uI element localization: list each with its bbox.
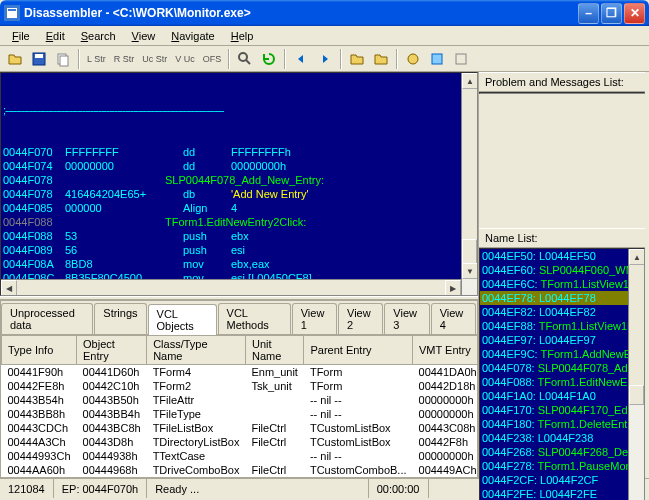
problems-list-body[interactable] <box>479 92 645 94</box>
namelist-item[interactable]: 0044F2FE: L0044F2FE <box>480 487 644 500</box>
namelist-item[interactable]: 0044F1A0: L0044F1A0 <box>480 389 644 403</box>
grid-header[interactable]: Object Entry <box>77 336 147 365</box>
namelist-item[interactable]: 0044EF6C: TForm1.ListView1KeyUp <box>480 277 644 291</box>
save-icon[interactable] <box>28 48 50 70</box>
maximize-button[interactable]: ❐ <box>601 3 622 24</box>
tab-view-1[interactable]: View 1 <box>292 303 337 334</box>
svg-point-6 <box>239 53 247 61</box>
grid-header[interactable]: Unit Name <box>245 336 303 365</box>
namelist-vscroll[interactable]: ▲ ▼ <box>628 249 644 500</box>
copy-icon[interactable] <box>52 48 74 70</box>
table-row[interactable]: 00444993Ch00444938hTTextCase-- nil --000… <box>2 449 478 463</box>
find-icon[interactable] <box>234 48 256 70</box>
grid-header[interactable]: Type Info <box>2 336 77 365</box>
menu-file[interactable]: File <box>4 28 38 44</box>
namelist-item[interactable]: 0044F2CF: L0044F2CF <box>480 473 644 487</box>
disasm-line[interactable]: 0044F088TForm1.EditNewEntry2Click: <box>3 215 475 229</box>
tab-view-3[interactable]: View 3 <box>384 303 429 334</box>
namelist-item[interactable]: 0044EF50: L0044EF50 <box>480 249 644 263</box>
bottom-panel: Unprocessed dataStringsVCL ObjectsVCL Me… <box>0 300 478 478</box>
table-row[interactable]: 00443BB8h00443BB4hTFileType-- nil --0000… <box>2 407 478 421</box>
menu-bar: File Edit Search View Navigate Help <box>0 26 649 46</box>
grid-header[interactable]: Class/Type Name <box>147 336 246 365</box>
tab-vcl-objects[interactable]: VCL Objects <box>148 304 217 335</box>
svg-rect-3 <box>35 54 43 58</box>
table-row[interactable]: 0044AA60h00444968hTDriveComboBoxFileCtrl… <box>2 463 478 477</box>
disasm-line[interactable]: 0044F078SLP0044F078_Add_New_Entry: <box>3 173 475 187</box>
disasm-line[interactable]: 0044F08A8BD8movebx,eax <box>3 257 475 271</box>
refresh-icon[interactable] <box>258 48 280 70</box>
status-ready: Ready ... <box>147 479 369 498</box>
status-time: 00:00:00 <box>369 479 429 498</box>
nav-fwd-icon[interactable] <box>314 48 336 70</box>
open-icon[interactable] <box>4 48 26 70</box>
grid-header[interactable]: VMT Entry <box>413 336 477 365</box>
tab-vcl-methods[interactable]: VCL Methods <box>218 303 291 334</box>
toolbar-rstr[interactable]: R Str <box>111 54 138 64</box>
menu-search[interactable]: Search <box>73 28 124 44</box>
toolbar-lstr[interactable]: L Str <box>84 54 109 64</box>
folder-icon[interactable] <box>346 48 368 70</box>
menu-help[interactable]: Help <box>223 28 262 44</box>
disasm-vscroll[interactable]: ▲ ▼ <box>461 73 477 295</box>
namelist-item[interactable]: 0044F088: TForm1.EditNewEntry2Cl <box>480 375 644 389</box>
namelist-item[interactable]: 0044F170: SLP0044F170_Edit_New_ <box>480 403 644 417</box>
tab-strings[interactable]: Strings <box>94 303 146 334</box>
toolbar: L Str R Str Uc Str V Uc OFS <box>0 46 649 72</box>
app-icon <box>4 5 20 21</box>
namelist-item[interactable]: 0044EF78: L0044EF78 <box>480 291 644 305</box>
toolbar-ucstr[interactable]: Uc Str <box>139 54 170 64</box>
tabs-bar: Unprocessed dataStringsVCL ObjectsVCL Me… <box>1 301 477 335</box>
vcl-objects-grid[interactable]: Type InfoObject EntryClass/Type NameUnit… <box>1 335 477 477</box>
namelist-item[interactable]: 0044EF82: L0044EF82 <box>480 305 644 319</box>
table-row[interactable]: 00444A3Ch00443D8hTDirectoryListBoxFileCt… <box>2 435 478 449</box>
svg-point-8 <box>408 54 418 64</box>
namelist-item[interactable]: 0044EF9C: TForm1.AddNewEntry2Cli <box>480 347 644 361</box>
minimize-button[interactable]: – <box>578 3 599 24</box>
name-list-body[interactable]: 0044EF50: L0044EF500044EF60: SLP0044F060… <box>479 248 645 500</box>
namelist-item[interactable]: 0044EF88: TForm1.ListView1MouseM <box>480 319 644 333</box>
title-bar: Disassembler - <C:\WORK\Monitor.exe> – ❐… <box>0 0 649 26</box>
table-row[interactable]: 00443CDCh00443BC8hTFileListBoxFileCtrlTC… <box>2 421 478 435</box>
namelist-item[interactable]: 0044F180: TForm1.DeleteEntry2Cli <box>480 417 644 431</box>
close-button[interactable]: ✕ <box>624 3 645 24</box>
disasm-line[interactable]: 0044F078416464204E65+db'Add New Entry' <box>3 187 475 201</box>
table-row[interactable]: 00442FE8h00442C10hTForm2Tsk_unitTForm004… <box>2 379 478 393</box>
svg-rect-10 <box>456 54 466 64</box>
disasm-line[interactable]: 0044F085000000Align4 <box>3 201 475 215</box>
toolbar-ofs[interactable]: OFS <box>200 54 225 64</box>
problems-list-header: Problem and Messages List: <box>479 72 645 92</box>
disasm-line[interactable]: 0044F08956pushesi <box>3 243 475 257</box>
namelist-item[interactable]: 0044F238: L0044F238 <box>480 431 644 445</box>
name-list-header: Name List: <box>479 228 645 248</box>
namelist-item[interactable]: 0044EF60: SLP0044F060_WM_CLOSE <box>480 263 644 277</box>
table-row[interactable]: 00441F90h00441D60hTForm4Enm_unitTForm004… <box>2 365 478 380</box>
tool3-icon[interactable] <box>450 48 472 70</box>
tab-unprocessed-data[interactable]: Unprocessed data <box>1 303 93 334</box>
svg-line-7 <box>246 60 250 64</box>
namelist-item[interactable]: 0044F268: SLP0044F268_Delete_Ent <box>480 445 644 459</box>
menu-edit[interactable]: Edit <box>38 28 73 44</box>
grid-header[interactable]: Parent Entry <box>304 336 413 365</box>
tool1-icon[interactable] <box>402 48 424 70</box>
status-ep: EP: 0044F070h <box>54 479 147 498</box>
disasm-line[interactable]: 0044F07400000000dd00000000h <box>3 159 475 173</box>
menu-view[interactable]: View <box>124 28 164 44</box>
disassembly-view[interactable]: ;---------------------------------------… <box>0 72 478 296</box>
namelist-item[interactable]: 0044F078: SLP0044F078_Add_New_E <box>480 361 644 375</box>
table-row[interactable]: 00443B54h00443B50hTFileAttr-- nil --0000… <box>2 393 478 407</box>
namelist-item[interactable]: 0044F278: TForm1.PauseMonitoring <box>480 459 644 473</box>
menu-navigate[interactable]: Navigate <box>163 28 222 44</box>
namelist-item[interactable]: 0044EF97: L0044EF97 <box>480 333 644 347</box>
svg-rect-9 <box>432 54 442 64</box>
window-title: Disassembler - <C:\WORK\Monitor.exe> <box>24 6 578 20</box>
tab-view-2[interactable]: View 2 <box>338 303 383 334</box>
disasm-line[interactable]: 0044F070FFFFFFFFddFFFFFFFFh <box>3 145 475 159</box>
folder2-icon[interactable] <box>370 48 392 70</box>
toolbar-vuc[interactable]: V Uc <box>172 54 198 64</box>
disasm-hscroll[interactable]: ◀ ▶ <box>1 279 461 295</box>
disasm-line[interactable]: 0044F08853pushebx <box>3 229 475 243</box>
tab-view-4[interactable]: View 4 <box>431 303 476 334</box>
tool2-icon[interactable] <box>426 48 448 70</box>
nav-back-icon[interactable] <box>290 48 312 70</box>
